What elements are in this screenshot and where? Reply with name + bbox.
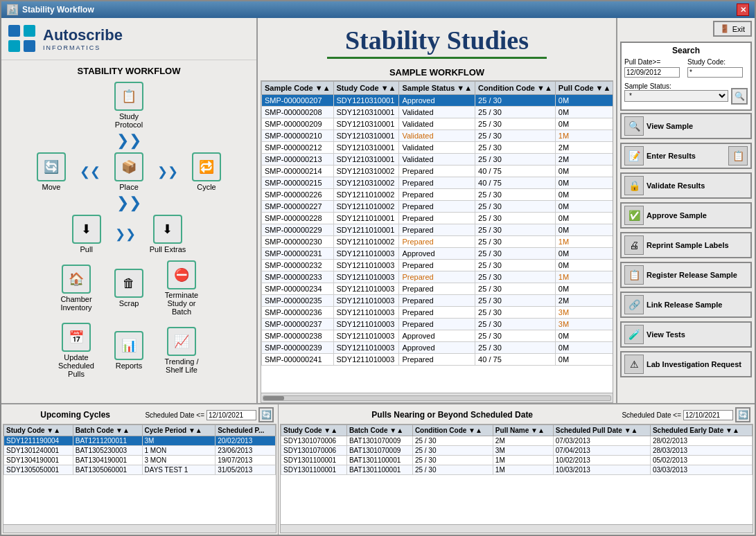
lab-investigation-button[interactable]: ⚠ Lab Investigation Request <box>620 351 752 377</box>
table-row[interactable]: SMP-000000232 SDY1211010003 Prepared 25 … <box>262 260 613 271</box>
pull-code-cell: 0M <box>555 283 613 295</box>
table-row[interactable]: SMP-000000207 SDY1210310001 Approved 25 … <box>262 95 613 107</box>
workflow-item-chamber[interactable]: 🏠 Chamber Inventory <box>52 265 100 312</box>
upcoming-table-scroll[interactable]: Study Code ▼▲ Batch Code ▼▲ Cycle Period… <box>3 425 276 524</box>
exit-button[interactable]: 🚪 Exit <box>713 21 752 37</box>
col-sample-code[interactable]: Sample Code ▼▲ <box>262 82 334 95</box>
workflow-item-move[interactable]: 🔄 Move <box>37 152 66 191</box>
upcome-col-cycle[interactable]: Cycle Period ▼▲ <box>142 425 216 436</box>
list-item[interactable]: SDY1211190004 BAT1211200011 3M 20/02/201… <box>4 436 276 446</box>
list-item[interactable]: SDY1301070006 BAT1301070009 25 / 30 2M 0… <box>281 436 753 446</box>
enter-results-button[interactable]: 📝 Enter Results 📋 <box>620 143 752 169</box>
pulls-col-early-date[interactable]: Scheduled Early Date ▼▲ <box>650 425 752 436</box>
list-item[interactable]: SDY1301100001 BAT1301100001 25 / 30 1M 1… <box>281 456 753 465</box>
pull-date-input[interactable] <box>624 67 680 78</box>
workflow-item-trending[interactable]: 📈 Trending / Shelf Life <box>157 327 206 374</box>
table-row[interactable]: SMP-000000229 SDY1211010001 Prepared 25 … <box>262 224 613 236</box>
table-row[interactable]: SMP-000000241 SDY1211010003 Prepared 40 … <box>262 354 613 366</box>
table-row[interactable]: SMP-000000212 SDY1210310001 Validated 25… <box>262 142 613 154</box>
page-title-underline <box>327 57 547 59</box>
logo-name: Autoscribe <box>43 26 123 44</box>
reprint-labels-button[interactable]: 🖨 Reprint Sample Labels <box>620 232 752 258</box>
study-code-search-input[interactable] <box>687 67 743 78</box>
workflow-item-reports[interactable]: 📊 Reports <box>114 331 143 370</box>
validate-results-button[interactable]: 🔒 Validate Results <box>620 172 752 199</box>
col-condition-code[interactable]: Condition Code ▼▲ <box>475 82 556 95</box>
view-tests-button[interactable]: 🧪 View Tests <box>620 321 752 348</box>
register-release-button[interactable]: 📋 Register Release Sample <box>620 262 752 288</box>
workflow-item-study-protocol[interactable]: 📋 Study Protocol <box>105 82 153 129</box>
list-item[interactable]: SDY1305050001 BAT1305060001 DAYS TEST 1 … <box>4 465 276 475</box>
table-row[interactable]: SMP-000000227 SDY1211010002 Prepared 25 … <box>262 201 613 213</box>
table-row[interactable]: SMP-000000231 SDY1211010003 Approved 25 … <box>262 248 613 260</box>
view-sample-button[interactable]: 🔍 View Sample <box>620 113 752 139</box>
upcoming-date-label: Scheduled Date <= <box>145 411 204 419</box>
table-row[interactable]: SMP-000000210 SDY1210310001 Validated 25… <box>262 130 613 142</box>
table-row[interactable]: SMP-000000235 SDY1211010003 Prepared 25 … <box>262 295 613 307</box>
workflow-item-cycle[interactable]: 🔁 Cycle <box>192 152 221 191</box>
approve-sample-button[interactable]: ✅ Approve Sample <box>620 202 752 229</box>
col-pull-code[interactable]: Pull Code ▼▲ <box>555 82 613 95</box>
table-row[interactable]: SMP-000000230 SDY1211010002 Prepared 25 … <box>262 236 613 248</box>
sample-status-cell: Prepared <box>399 166 475 177</box>
workflow-item-scrap[interactable]: 🗑 Scrap <box>114 269 143 307</box>
study-protocol-label: Study Protocol <box>105 112 153 129</box>
col-study-code[interactable]: Study Code ▼▲ <box>333 82 399 95</box>
table-row[interactable]: SMP-000000209 SDY1210310001 Validated 25… <box>262 118 613 130</box>
upcome-col-batch[interactable]: Batch Code ▼▲ <box>73 425 142 436</box>
list-item[interactable]: SDY1304190001 BAT1304190001 3 MON 19/07/… <box>4 456 276 465</box>
workflow-item-update[interactable]: 📅 Update Scheduled Pulls <box>52 323 100 378</box>
sample-table-scroll[interactable]: Sample Code ▼▲ Study Code ▼▲ Sample Stat… <box>261 81 613 393</box>
table-row[interactable]: SMP-000000238 SDY1211010003 Approved 25 … <box>262 330 613 342</box>
pulls-col-condition[interactable]: Condition Code ▼▲ <box>412 425 493 436</box>
sample-code-cell: SMP-000000210 <box>262 130 334 142</box>
link-release-button[interactable]: 🔗 Link Release Sample <box>620 292 752 318</box>
table-row[interactable]: SMP-000000215 SDY1210310002 Prepared 40 … <box>262 177 613 189</box>
pulls-col-batch[interactable]: Batch Code ▼▲ <box>346 425 412 436</box>
main-content: Autoscribe INFORMATICS STABILITY WORKFLO… <box>1 18 755 403</box>
uc-cycle-period: 3M <box>142 436 216 446</box>
upcome-col-study[interactable]: Study Code ▼▲ <box>4 425 73 436</box>
table-row[interactable]: SMP-000000226 SDY1211010002 Prepared 25 … <box>262 189 613 201</box>
sample-status-cell: Prepared <box>399 354 475 366</box>
pulls-date-input[interactable] <box>683 410 733 420</box>
sample-status-select[interactable]: * <box>624 90 728 102</box>
table-row[interactable]: SMP-000000234 SDY1211010003 Prepared 25 … <box>262 283 613 295</box>
workflow-item-terminate[interactable]: ⛔ Terminate Study or Batch <box>157 260 206 316</box>
table-row[interactable]: SMP-000000228 SDY1211010001 Prepared 25 … <box>262 213 613 224</box>
pulls-col-study[interactable]: Study Code ▼▲ <box>281 425 347 436</box>
workflow-item-place[interactable]: 📦 Place <box>114 152 143 191</box>
upcoming-scrollbar[interactable] <box>3 524 276 533</box>
upcoming-refresh-button[interactable]: 🔄 <box>258 407 274 422</box>
uc-study-code: SDY1211190004 <box>4 436 73 446</box>
table-row[interactable]: SMP-000000236 SDY1211010003 Prepared 25 … <box>262 307 613 319</box>
search-go-button[interactable]: 🔍 <box>731 88 748 105</box>
close-button[interactable]: ✕ <box>737 3 749 16</box>
logo-sq-1 <box>8 25 20 37</box>
upcome-col-scheduled[interactable]: Scheduled P... <box>216 425 276 436</box>
pulls-table-scroll[interactable]: Study Code ▼▲ Batch Code ▼▲ Condition Co… <box>281 425 753 524</box>
workflow-item-pull-extras[interactable]: ⬇ Pull Extras <box>150 215 186 253</box>
col-sample-status[interactable]: Sample Status ▼▲ <box>399 82 475 95</box>
table-row[interactable]: SMP-000000208 SDY1210310001 Validated 25… <box>262 107 613 118</box>
table-row[interactable]: SMP-000000214 SDY1210310002 Prepared 40 … <box>262 166 613 177</box>
table-row[interactable]: SMP-000000237 SDY1211010003 Prepared 25 … <box>262 319 613 330</box>
table-row[interactable]: SMP-000000239 SDY1211010003 Approved 25 … <box>262 342 613 354</box>
upcoming-date-input[interactable] <box>206 410 256 420</box>
list-item[interactable]: SDY1301100001 BAT1301100001 25 / 30 1M 1… <box>281 465 753 475</box>
list-item[interactable]: SDY1301070006 BAT1301070009 25 / 30 3M 0… <box>281 446 753 456</box>
sample-status-cell: Prepared <box>399 177 475 189</box>
workflow-item-pull[interactable]: ⬇ Pull <box>72 215 101 253</box>
pulls-scrollbar[interactable] <box>281 524 753 533</box>
pulls-refresh-button[interactable]: 🔄 <box>735 407 750 422</box>
list-item[interactable]: SDY1301240001 BAT1305230003 1 MON 23/06/… <box>4 446 276 456</box>
sample-status-cell: Prepared <box>399 236 475 248</box>
sample-table-scrollbar[interactable] <box>261 393 613 402</box>
pulls-col-pullname[interactable]: Pull Name ▼▲ <box>493 425 553 436</box>
sample-workflow-title: SAMPLE WORKFLOW <box>258 64 616 80</box>
pulls-col-scheduled-date[interactable]: Scheduled Pull Date ▼▲ <box>553 425 650 436</box>
table-row[interactable]: SMP-000000233 SDY1211010003 Prepared 25 … <box>262 271 613 283</box>
study-code-cell: SDY1211010003 <box>333 271 399 283</box>
table-row[interactable]: SMP-000000213 SDY1210310001 Validated 25… <box>262 154 613 166</box>
pull-code-cell: 0M <box>555 213 613 224</box>
